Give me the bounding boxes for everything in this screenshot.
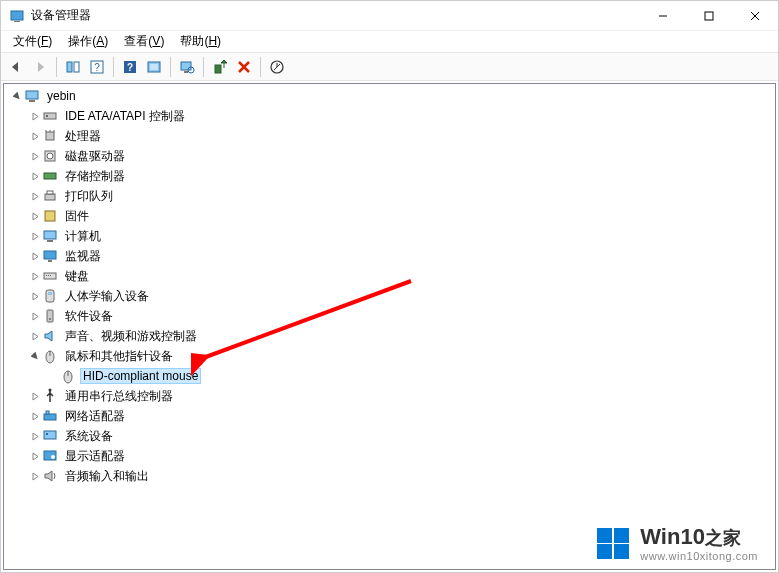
properties-monitor-button[interactable]: ? [119,56,141,78]
svg-rect-46 [48,292,52,295]
tree-node[interactable]: 监视器 [4,246,775,266]
tree-node-label: 系统设备 [62,427,116,446]
tree-node-label: 鼠标和其他指针设备 [62,347,176,366]
svg-rect-40 [48,260,52,262]
toolbar-separator [56,57,57,77]
tree-node-label: 监视器 [62,247,104,266]
tree-expander-icon[interactable] [28,149,42,163]
tree-node[interactable]: 存储控制器 [4,166,775,186]
svg-rect-57 [46,433,48,435]
audioio-icon [42,468,58,484]
tree-node[interactable]: 系统设备 [4,426,775,446]
svg-rect-6 [67,62,72,72]
tree-expander-icon[interactable] [28,309,42,323]
tree-node[interactable]: 鼠标和其他指针设备 [4,346,775,366]
back-button[interactable] [5,56,27,78]
update-driver-button[interactable] [209,56,231,78]
help-button[interactable]: ? [86,56,108,78]
scan-hardware-button[interactable] [176,56,198,78]
tree-node-label: 固件 [62,207,92,226]
tree-node[interactable]: 软件设备 [4,306,775,326]
tree-node[interactable]: 声音、视频和游戏控制器 [4,326,775,346]
tree-node[interactable]: yebin [4,86,775,106]
minimize-button[interactable] [640,1,686,30]
tree-node[interactable]: 处理器 [4,126,775,146]
menu-file[interactable]: 文件(F) [5,31,60,52]
tree-node-label: IDE ATA/ATAPI 控制器 [62,107,188,126]
tree-node[interactable]: 键盘 [4,266,775,286]
tree-expander-icon[interactable] [10,89,24,103]
tree-expander-icon[interactable] [28,289,42,303]
svg-rect-26 [46,115,48,117]
tree-node-label: 人体学输入设备 [62,287,152,306]
tree-node[interactable]: 显示适配器 [4,446,775,466]
menu-help[interactable]: 帮助(H) [172,31,229,52]
tree-expander-icon[interactable] [28,409,42,423]
svg-rect-24 [29,100,35,102]
tree-expander-icon[interactable] [28,129,42,143]
device-tree[interactable]: yebin IDE ATA/ATAPI 控制器 处理器 磁盘驱动器 存储控制器 … [3,83,776,570]
menu-action[interactable]: 操作(A) [60,31,116,52]
tree-node[interactable]: 通用串行总线控制器 [4,386,775,406]
tree-node[interactable]: 网络适配器 [4,406,775,426]
menu-view[interactable]: 查看(V) [116,31,172,52]
svg-rect-55 [46,411,49,414]
audio-icon [42,328,58,344]
tree-expander-icon[interactable] [28,469,42,483]
svg-rect-54 [44,414,56,420]
firmware-icon [42,208,58,224]
tree-expander-icon[interactable] [28,449,42,463]
uninstall-button[interactable] [233,56,255,78]
toolbar: ? ? [1,53,778,81]
tree-expander-icon[interactable] [28,269,42,283]
tree-node-label: 处理器 [62,127,104,146]
tree-expander-icon[interactable] [28,109,42,123]
tree-node[interactable]: 固件 [4,206,775,226]
svg-rect-0 [11,11,23,20]
show-hide-console-button[interactable] [62,56,84,78]
tree-node[interactable]: 音频输入和输出 [4,466,775,486]
properties-list-button[interactable] [143,56,165,78]
close-button[interactable] [732,1,778,30]
svg-point-48 [49,318,51,320]
keyboard-icon [42,268,58,284]
tree-node[interactable]: 打印队列 [4,186,775,206]
svg-rect-16 [181,62,191,70]
tree-node[interactable]: 磁盘驱动器 [4,146,775,166]
tree-expander-icon[interactable] [28,349,42,363]
svg-rect-45 [46,290,54,302]
disk-icon [42,148,58,164]
svg-rect-43 [48,275,49,276]
tree-expander-icon[interactable] [28,209,42,223]
tree-node[interactable]: HID-compliant mouse [4,366,775,386]
tree-expander-icon[interactable] [28,329,42,343]
svg-rect-7 [74,62,79,72]
tree-expander-icon[interactable] [28,249,42,263]
tree-node-label: 磁盘驱动器 [62,147,128,166]
maximize-button[interactable] [686,1,732,30]
watermark-url: www.win10xitong.com [640,550,758,562]
svg-rect-27 [46,132,54,140]
titlebar: 设备管理器 [1,1,778,31]
tree-node[interactable]: IDE ATA/ATAPI 控制器 [4,106,775,126]
network-icon [42,408,58,424]
tree-expander-icon[interactable] [28,189,42,203]
svg-text:?: ? [127,62,133,73]
tree-node[interactable]: 人体学输入设备 [4,286,775,306]
forward-button[interactable] [29,56,51,78]
tree-node[interactable]: 计算机 [4,226,775,246]
tree-node-label: 通用串行总线控制器 [62,387,176,406]
tree-expander-icon[interactable] [28,389,42,403]
app-icon [9,8,25,24]
monitor-icon [42,248,58,264]
tree-node-label: 音频输入和输出 [62,467,152,486]
tree-expander-icon[interactable] [28,229,42,243]
display-icon [42,448,58,464]
tree-expander-icon[interactable] [28,429,42,443]
svg-rect-36 [45,211,55,221]
svg-rect-42 [46,275,47,276]
mouse-icon [60,368,76,384]
tree-expander-icon[interactable] [28,169,42,183]
legacy-hardware-button[interactable] [266,56,288,78]
svg-rect-19 [215,65,221,73]
